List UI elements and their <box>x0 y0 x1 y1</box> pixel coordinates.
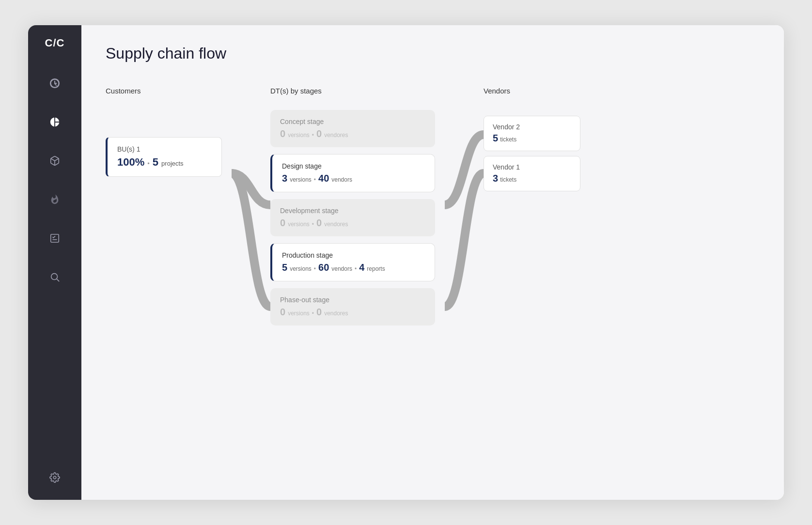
vendor-2-name: Vendor 2 <box>493 123 571 131</box>
dev-versions-label: versions <box>288 221 310 228</box>
prod-reports-label: reports <box>367 265 385 272</box>
dev-vendors: 0 <box>316 217 322 229</box>
concept-sep: • <box>312 132 314 139</box>
stage-card-development[interactable]: Development stage 0 versions • 0 vendore… <box>270 199 435 236</box>
sidebar-nav <box>44 73 65 488</box>
vendor-1-name: Vendor 1 <box>493 163 571 171</box>
phaseout-versions: 0 <box>280 307 285 318</box>
design-vendors: 40 <box>318 173 329 184</box>
sidebar-item-checklist[interactable] <box>44 228 65 249</box>
customer-count: 5 <box>153 156 158 169</box>
vendor-1-tickets: 3 tickets <box>493 173 571 184</box>
customer-name: BU(s) 1 <box>117 145 212 153</box>
stage-card-design[interactable]: Design stage 3 versions • 40 vendors <box>270 154 435 192</box>
sidebar: C/C <box>28 25 81 500</box>
stage-design-stats: 3 versions • 40 vendors <box>282 173 425 184</box>
vendor-1-ticket-count: 3 <box>493 173 498 184</box>
app-logo: C/C <box>45 37 65 49</box>
connector-left <box>232 98 270 391</box>
vendor-2-ticket-count: 5 <box>493 133 498 144</box>
svg-rect-2 <box>51 234 59 243</box>
dev-versions: 0 <box>280 217 285 229</box>
customers-header: Customers <box>106 87 232 98</box>
stage-dev-name: Development stage <box>280 207 425 215</box>
pie-chart-icon <box>49 117 60 127</box>
stage-prod-stats: 5 versions • 60 vendors • 4 reports <box>282 262 425 273</box>
stages-column: DT(s) by stages Concept stage 0 versions… <box>270 87 445 332</box>
prod-vendors: 60 <box>318 262 329 273</box>
vendor-2-ticket-label: tickets <box>500 136 516 143</box>
app-container: C/C <box>28 25 784 500</box>
customer-sep: • <box>147 160 150 167</box>
customer-percentage: 100% <box>117 156 144 169</box>
stage-concept-stats: 0 versions • 0 vendores <box>280 128 425 139</box>
vendor-card-2[interactable]: Vendor 2 5 tickets <box>484 116 580 151</box>
prod-reports: 4 <box>359 262 364 273</box>
sidebar-item-search[interactable] <box>44 266 65 288</box>
design-versions: 3 <box>282 173 287 184</box>
right-connector-svg <box>445 98 484 389</box>
stage-prod-name: Production stage <box>282 251 425 259</box>
checklist-icon <box>49 233 60 244</box>
connector-right <box>445 98 484 391</box>
sidebar-item-analytics[interactable] <box>44 111 65 133</box>
concept-versions-label: versions <box>288 132 310 139</box>
sidebar-item-flame[interactable] <box>44 189 65 210</box>
stage-phaseout-stats: 0 versions • 0 vendores <box>280 307 425 318</box>
left-connector-svg <box>232 98 270 389</box>
customers-column: Customers BU(s) 1 100% • 5 projects <box>106 87 232 177</box>
sidebar-item-cube[interactable] <box>44 150 65 171</box>
prod-vendors-label: vendors <box>331 265 352 272</box>
phaseout-sep: • <box>312 310 314 317</box>
stage-card-production[interactable]: Production stage 5 versions • 60 vendors… <box>270 243 435 281</box>
dev-sep: • <box>312 221 314 228</box>
vendors-header: Vendors <box>484 87 590 98</box>
sidebar-item-chart[interactable] <box>44 73 65 94</box>
svg-point-4 <box>51 274 58 280</box>
prod-versions: 5 <box>282 262 287 273</box>
stages-header: DT(s) by stages <box>270 87 445 98</box>
design-vendors-label: vendors <box>331 176 352 183</box>
concept-versions: 0 <box>280 128 285 139</box>
design-versions-label: versions <box>290 176 312 183</box>
stage-card-concept[interactable]: Concept stage 0 versions • 0 vendores <box>270 110 435 147</box>
phaseout-versions-label: versions <box>288 310 310 317</box>
concept-vendors-label: vendores <box>324 132 348 139</box>
stage-design-name: Design stage <box>282 162 425 170</box>
flame-icon <box>49 194 60 205</box>
concept-vendors: 0 <box>316 128 322 139</box>
svg-line-5 <box>57 279 59 281</box>
main-content: Supply chain flow Customers BU(s) 1 100%… <box>81 25 784 500</box>
search-icon <box>49 272 60 282</box>
phaseout-vendors-label: vendores <box>324 310 348 317</box>
prod-sep2: • <box>355 265 357 272</box>
vendors-column: Vendors Vendor 2 5 tickets Vendor 1 3 ti… <box>484 87 590 196</box>
customer-label: projects <box>161 160 184 167</box>
vendor-1-ticket-label: tickets <box>500 176 516 183</box>
prod-versions-label: versions <box>290 265 312 272</box>
stage-phaseout-name: Phase-out stage <box>280 296 425 304</box>
customer-card[interactable]: BU(s) 1 100% • 5 projects <box>106 137 222 177</box>
flow-diagram: Customers BU(s) 1 100% • 5 projects <box>106 87 760 391</box>
design-sep: • <box>314 176 316 183</box>
sidebar-item-settings[interactable] <box>44 467 65 488</box>
cube-icon <box>49 155 60 166</box>
settings-icon <box>49 472 60 483</box>
vendor-2-tickets: 5 tickets <box>493 133 571 144</box>
customer-stats: 100% • 5 projects <box>117 156 212 169</box>
phaseout-vendors: 0 <box>316 307 322 318</box>
stage-dev-stats: 0 versions • 0 vendores <box>280 217 425 229</box>
vendor-card-1[interactable]: Vendor 1 3 tickets <box>484 156 580 191</box>
page-title: Supply chain flow <box>106 45 760 62</box>
stage-concept-name: Concept stage <box>280 118 425 125</box>
chart-icon <box>49 78 60 89</box>
dev-vendors-label: vendores <box>324 221 348 228</box>
svg-point-6 <box>53 476 56 479</box>
stage-card-phaseout[interactable]: Phase-out stage 0 versions • 0 vendores <box>270 288 435 325</box>
prod-sep1: • <box>314 265 316 272</box>
